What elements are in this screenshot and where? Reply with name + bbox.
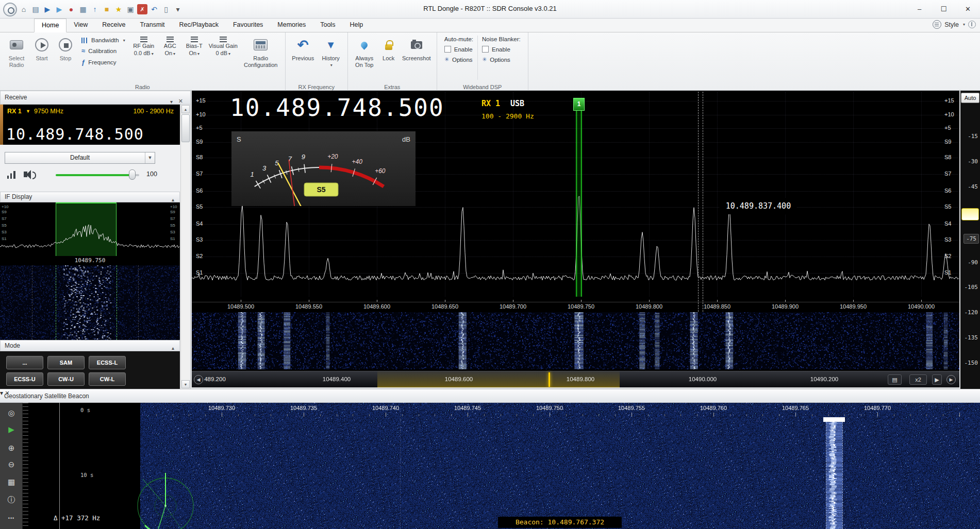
checkbox-icon[interactable]	[482, 46, 489, 53]
camera-icon[interactable]: ▣	[125, 4, 136, 14]
home-icon[interactable]: ⌂	[19, 4, 29, 14]
mode-button-ecss-l[interactable]: ECSS-L	[89, 356, 126, 369]
scroll-down-icon[interactable]: ▼	[181, 380, 190, 388]
auto-range-button[interactable]: Auto	[961, 93, 979, 103]
frequency-button[interactable]: ƒ Frequency	[79, 58, 127, 66]
layout-menu-icon[interactable]	[933, 20, 941, 29]
delete-icon[interactable]: ✗	[137, 4, 147, 14]
level-label: +10	[196, 111, 206, 117]
favourite-icon[interactable]: ★	[113, 4, 124, 14]
save-icon[interactable]: ▦	[5, 476, 18, 488]
main-spectrum[interactable]: 1 +15+10+5S9S8S7S6S5S4S3S2S1+15+10+5S9S8…	[192, 91, 959, 389]
bias-t-button[interactable]: Bias-T On▾	[182, 33, 207, 82]
checkbox-icon[interactable]	[444, 46, 451, 53]
style-label[interactable]: Style	[944, 21, 959, 28]
select-radio-button[interactable]: Select Radio	[3, 33, 30, 82]
auto-mute-enable[interactable]: Enable	[444, 46, 473, 53]
chevron-down-icon[interactable]: ▼	[145, 152, 155, 163]
minimize-button[interactable]: –	[907, 0, 932, 18]
start-button[interactable]: Start	[30, 33, 54, 82]
close-button[interactable]: ✕	[956, 0, 980, 18]
radio-configuration-button[interactable]: Radio Configuration	[240, 33, 282, 82]
playback-icon[interactable]: ▶	[54, 4, 64, 14]
folder-icon[interactable]: ■	[102, 4, 112, 14]
undo-icon[interactable]: ↶	[149, 4, 159, 14]
bandwidth-button[interactable]: Bandwidth ▾	[79, 37, 127, 44]
rx-marker-band[interactable]	[576, 98, 582, 297]
record-icon[interactable]: ●	[66, 4, 76, 14]
main-waterfall[interactable]	[192, 312, 959, 369]
ribbon: Select Radio Start Stop Bandwidth ▾	[0, 32, 980, 91]
noise-blanker-options-button[interactable]: ✳ Options	[482, 56, 521, 63]
main-frequency-readout[interactable]: 10.489.748.500	[230, 94, 444, 122]
tab-receive[interactable]: Receive	[95, 19, 132, 32]
tab-transmit[interactable]: Transmit	[132, 19, 172, 32]
play-icon[interactable]: ▶	[5, 423, 18, 436]
speaker-icon[interactable]	[24, 172, 27, 177]
tab-tools[interactable]: Tools	[313, 19, 342, 32]
scroll-right-icon[interactable]: ▶	[932, 374, 942, 385]
rx-frequency-readout[interactable]: 10.489.748.500	[6, 125, 144, 143]
pin-icon[interactable]	[968, 21, 976, 28]
volume-slider[interactable]	[56, 174, 139, 176]
play-icon[interactable]: ▶	[42, 4, 53, 14]
zoom-x2-button[interactable]: x2	[909, 374, 927, 385]
more-icon[interactable]: •••	[5, 512, 18, 524]
auto-mute-options-button[interactable]: ✳ Options	[444, 56, 473, 63]
mode-button-cw-u[interactable]: CW-U	[47, 372, 85, 386]
visual-gain-button[interactable]: Visual Gain 0 dB▾	[207, 33, 240, 82]
panel-scrollbar[interactable]: ▲ ▼	[180, 105, 190, 389]
maximize-button[interactable]: ☐	[932, 0, 956, 18]
upload-icon[interactable]: ↑	[90, 4, 100, 14]
noise-blanker-enable[interactable]: Enable	[482, 46, 521, 53]
calibration-button[interactable]: ≈ Calibration	[79, 46, 127, 55]
rx-marker-tab[interactable]: 1	[573, 98, 585, 111]
info-icon[interactable]: ⓘ	[5, 493, 18, 506]
zoom-out-icon[interactable]: ⊖	[5, 458, 18, 471]
scrollbar-thumb[interactable]	[181, 114, 190, 142]
panels-icon[interactable]: ▤	[30, 4, 41, 14]
chevron-down-icon[interactable]: ▾	[963, 22, 965, 27]
history-button[interactable]: ▼ History ▾	[318, 33, 344, 82]
screenshot-button[interactable]: Screenshot	[400, 33, 434, 82]
always-on-top-button[interactable]: Always On Top	[351, 33, 378, 82]
levels-icon[interactable]	[7, 171, 15, 179]
tab-help[interactable]: Help	[342, 19, 370, 32]
page-left-icon[interactable]: ◀	[194, 375, 203, 384]
target-icon[interactable]: ◎	[5, 407, 18, 419]
stop-button[interactable]: Stop	[54, 33, 77, 82]
chevron-down-icon[interactable]: ▼	[26, 109, 30, 114]
rf-gain-button[interactable]: RF Gain 0.0 dB▾	[129, 33, 158, 82]
agc-button[interactable]: AGC On▾	[158, 33, 182, 82]
app-logo-icon[interactable]	[3, 3, 17, 16]
beacon-waterfall[interactable]	[140, 403, 980, 529]
film-icon[interactable]: ▤	[888, 374, 902, 385]
zoom-in-icon[interactable]: ⊕	[5, 442, 18, 454]
tab-rec-playback[interactable]: Rec/Playback	[172, 19, 226, 32]
window-icon[interactable]: ▯	[161, 4, 171, 14]
tab-home[interactable]: Home	[34, 19, 67, 32]
mode-button-cw-l[interactable]: CW-L	[89, 372, 126, 386]
previous-button[interactable]: ↶ Previous	[289, 33, 318, 82]
mode-button-ecss-u[interactable]: ECSS-U	[6, 372, 43, 386]
rx-label[interactable]: RX 1	[7, 108, 22, 115]
save-icon[interactable]: ▦	[78, 4, 88, 14]
page-right-icon[interactable]: ▶	[946, 375, 956, 384]
ref-level-thumb[interactable]	[961, 208, 979, 220]
collapse-icon[interactable]: ▾	[0, 389, 3, 397]
tab-view[interactable]: View	[67, 19, 95, 32]
tab-memories[interactable]: Memories	[270, 19, 313, 32]
volume-thumb[interactable]	[129, 169, 136, 180]
docked-panel-edge[interactable]	[0, 105, 3, 145]
mode-button--[interactable]: ...	[6, 356, 43, 369]
if-waterfall-canvas[interactable]	[0, 265, 180, 340]
mode-button-sam[interactable]: SAM	[47, 356, 85, 369]
tab-favourites[interactable]: Favourites	[226, 19, 270, 32]
frequency-scale-bar[interactable]: 489.200 10489.400 10489.600 10489.800 10…	[192, 371, 959, 387]
lock-button[interactable]: Lock	[378, 33, 400, 82]
scroll-up-icon[interactable]: ▲	[181, 105, 190, 113]
if-spectrum[interactable]: +10S9S7S5S3S1+10S9S7S5S3S1	[0, 202, 180, 256]
toolbar-chevron-icon[interactable]: ▾	[173, 4, 183, 14]
preset-dropdown[interactable]: Default ▼	[5, 152, 155, 164]
if-waterfall[interactable]	[0, 265, 180, 340]
